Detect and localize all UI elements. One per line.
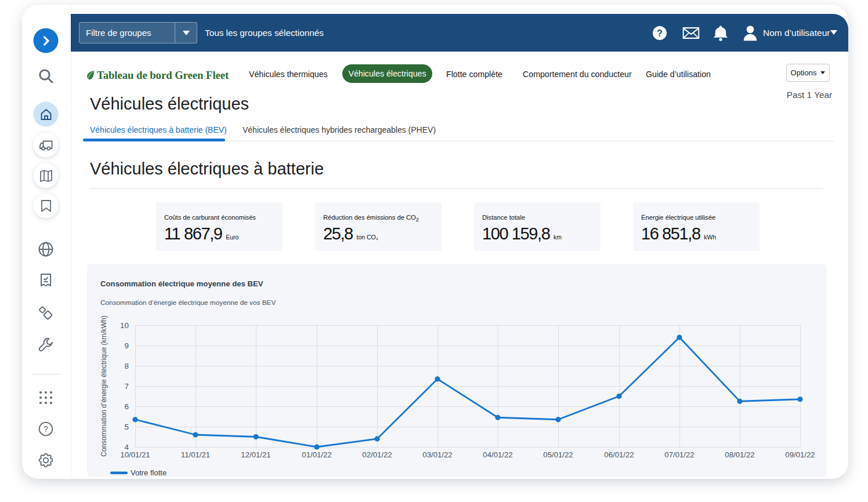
svg-text:01/01/22: 01/01/22 xyxy=(302,450,331,459)
svg-text:12/01/21: 12/01/21 xyxy=(241,450,270,459)
svg-text:05/01/22: 05/01/22 xyxy=(543,450,573,459)
svg-text:11/01/21: 11/01/21 xyxy=(181,450,210,459)
svg-text:03/01/22: 03/01/22 xyxy=(422,450,452,459)
svg-text:?: ? xyxy=(657,28,663,38)
svg-text:09/01/22: 09/01/22 xyxy=(785,450,815,459)
svg-text:9: 9 xyxy=(125,341,129,350)
svg-text:7: 7 xyxy=(125,382,129,391)
svg-text:8: 8 xyxy=(125,362,129,370)
svg-text:08/01/22: 08/01/22 xyxy=(725,450,754,459)
svg-text:6: 6 xyxy=(125,402,129,411)
svg-text:04/01/22: 04/01/22 xyxy=(483,450,512,459)
svg-text:10/01/21: 10/01/21 xyxy=(120,450,150,459)
svg-text:07/01/22: 07/01/22 xyxy=(664,450,694,459)
svg-text:5: 5 xyxy=(125,423,129,431)
svg-text:Votre flotte: Votre flotte xyxy=(131,468,167,477)
svg-text:02/01/22: 02/01/22 xyxy=(362,450,392,459)
svg-text:10: 10 xyxy=(120,321,129,330)
svg-text:?: ? xyxy=(44,424,48,434)
svg-text:06/01/22: 06/01/22 xyxy=(604,450,634,459)
svg-text:Consommation d’énergie électri: Consommation d’énergie électrique (km/kW… xyxy=(100,315,108,456)
